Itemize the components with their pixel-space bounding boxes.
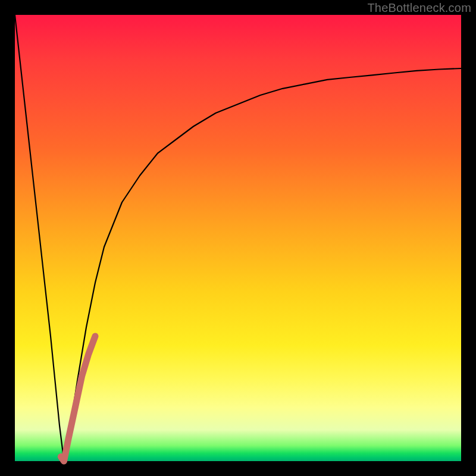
curve-layer: [15, 15, 461, 461]
chart-frame: TheBottleneck.com: [0, 0, 476, 476]
watermark-text: TheBottleneck.com: [367, 1, 471, 15]
highlight-segment-path: [61, 336, 95, 461]
plot-area: [15, 15, 461, 461]
bottleneck-curve-path: [15, 15, 461, 461]
